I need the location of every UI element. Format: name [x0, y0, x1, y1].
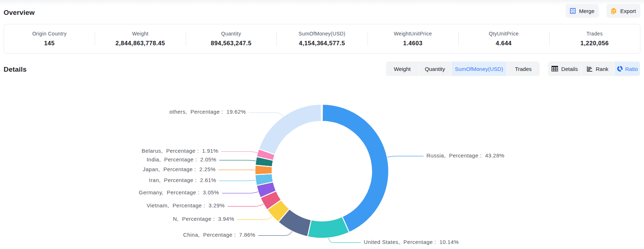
svg-text:Germany, Percentage : 3.05%: Germany, Percentage : 3.05% [139, 189, 219, 195]
svg-text:Japan, Percentage : 2.25%: Japan, Percentage : 2.25% [143, 166, 215, 172]
svg-text:Belarus, Percentage : 1.91%: Belarus, Percentage : 1.91% [142, 148, 218, 154]
svg-text:Vietnam, Percentage : 3.29%: Vietnam, Percentage : 3.29% [147, 202, 225, 208]
svg-text:Russia, Percentage : 43.28%: Russia, Percentage : 43.28% [426, 152, 505, 159]
svg-text:China, Percentage : 7.86%: China, Percentage : 7.86% [183, 232, 256, 238]
svg-text:N, Percentage : 3.94%: N, Percentage : 3.94% [173, 216, 235, 222]
svg-text:Iran, Percentage : 2.61%: Iran, Percentage : 2.61% [149, 177, 216, 183]
svg-text:United States, Percentage :: United States, Percentage : 10.14% [364, 239, 459, 245]
svg-text:India, Percentage : 2.05%: India, Percentage : 2.05% [147, 156, 216, 163]
svg-text:others, Percentage : 19.62%: others, Percentage : 19.62% [169, 109, 246, 115]
